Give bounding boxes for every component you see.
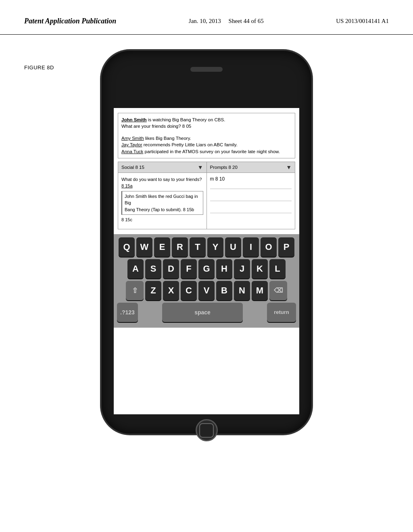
key-c[interactable]: C <box>181 281 197 300</box>
john-smith-name: John Smith <box>121 117 147 122</box>
header-center-info: Jan. 10, 2013 Sheet 44 of 65 <box>189 16 264 26</box>
phone-speaker <box>190 67 223 72</box>
suggestion-line1: John Smith likes the red Gucci bag in Bi… <box>125 193 200 206</box>
page-header: Patent Application Publication Jan. 10, … <box>0 0 413 35</box>
notification-amy: Amy Smith likes Big Bang Theory. <box>121 135 292 141</box>
key-z[interactable]: Z <box>145 281 161 300</box>
key-o[interactable]: O <box>261 237 277 257</box>
key-i[interactable]: I <box>243 237 259 257</box>
amy-smith-name: Amy Smith <box>121 136 144 141</box>
key-n[interactable]: N <box>234 281 250 300</box>
shift-key[interactable]: ⇧ <box>126 281 144 300</box>
notification-line1-rest: is watching Big Bang Theory on CBS. <box>147 117 225 122</box>
jay-rest: recommends Pretty Little Liars on ABC fa… <box>142 142 238 147</box>
input-line-3[interactable] <box>210 206 292 213</box>
key-y[interactable]: Y <box>207 237 223 257</box>
key-p[interactable]: P <box>278 237 294 257</box>
ref-8-15a: 8 15a <box>121 183 203 189</box>
key-k[interactable]: K <box>252 259 268 278</box>
key-e[interactable]: E <box>154 237 170 257</box>
social-left-panel: What do you want to say to your friends?… <box>118 173 207 229</box>
ref-8-15c: 8 15c <box>121 216 203 223</box>
anna-tuck-name: Anna Tuck <box>121 149 143 154</box>
key-v[interactable]: V <box>198 281 215 300</box>
key-l[interactable]: L <box>269 259 286 278</box>
key-s[interactable]: S <box>145 259 161 278</box>
jay-taylor-name: Jay Taylor <box>121 142 142 147</box>
key-g[interactable]: G <box>198 259 215 278</box>
keyboard-row-4: .?123 space return <box>116 303 297 322</box>
key-w[interactable]: W <box>136 237 152 257</box>
key-f[interactable]: F <box>181 259 197 278</box>
suggestion-line2: Bang Theory (Tap to submit). 8 15b <box>125 206 200 213</box>
phone-wrapper: John Smith is watching Big Bang Theory o… <box>0 51 413 434</box>
tab-prompts-arrow: ▼ <box>286 164 292 170</box>
input-line-2[interactable] <box>210 194 292 201</box>
backspace-key[interactable]: ⌫ <box>269 281 287 300</box>
key-t[interactable]: T <box>190 237 206 257</box>
keyboard-row-3: ⇧ Z X C V B N M ⌫ <box>116 281 297 300</box>
key-r[interactable]: R <box>172 237 188 257</box>
ref-m-8-10: m 8 10 <box>210 176 292 182</box>
home-button[interactable] <box>196 419 218 441</box>
keyboard-row-2: A S D F G H J K L <box>116 259 297 278</box>
header-left-label: Patent Application Publication <box>24 16 116 26</box>
social-question: What do you want to say to your friends? <box>121 176 203 183</box>
key-u[interactable]: U <box>225 237 241 257</box>
tab-prompts-label: Prompts 8 20 <box>210 165 238 170</box>
notification-box: John Smith is watching Big Bang Theory o… <box>118 113 295 158</box>
figure-label: FIGURE 8D <box>24 64 54 71</box>
phone-device: John Smith is watching Big Bang Theory o… <box>102 51 311 434</box>
amy-rest: likes Big Bang Theory. <box>144 136 191 141</box>
input-line-1[interactable] <box>210 182 292 189</box>
key-d[interactable]: D <box>163 259 179 278</box>
notification-jay: Jay Taylor recommends Pretty Little Liar… <box>121 141 292 148</box>
anna-rest: participated in the ATMOS survey on your… <box>143 149 280 154</box>
key-q[interactable]: Q <box>119 237 135 257</box>
notification-line2: What are your friends doing? 8 05 <box>121 123 292 129</box>
header-sheet: Sheet 44 of 65 <box>229 18 264 24</box>
key-h[interactable]: H <box>216 259 232 278</box>
header-date: Jan. 10, 2013 <box>189 18 221 24</box>
key-x[interactable]: X <box>163 281 179 300</box>
key-a[interactable]: A <box>127 259 144 278</box>
return-key[interactable]: return <box>267 303 296 322</box>
social-content: What do you want to say to your friends?… <box>118 173 295 229</box>
keyboard: Q W E R T Y U I O P A S D F G <box>114 234 299 328</box>
key-j[interactable]: J <box>234 259 250 278</box>
suggestion-box[interactable]: John Smith likes the red Gucci bag in Bi… <box>121 191 203 215</box>
notification-line1: John Smith is watching Big Bang Theory o… <box>121 116 292 123</box>
key-b[interactable]: B <box>216 281 232 300</box>
tab-social[interactable]: Social 8 15 ▼ <box>118 162 207 172</box>
space-key[interactable]: space <box>162 303 243 322</box>
notification-anna: Anna Tuck participated in the ATMOS surv… <box>121 148 292 155</box>
header-patent-number: US 2013/0014141 A1 <box>336 16 389 26</box>
tab-prompts[interactable]: Prompts 8 20 ▼ <box>207 162 295 172</box>
key-m[interactable]: M <box>252 281 268 300</box>
tab-bar: Social 8 15 ▼ Prompts 8 20 ▼ <box>118 162 295 173</box>
tab-social-arrow: ▼ <box>198 164 203 170</box>
phone-screen: John Smith is watching Big Bang Theory o… <box>114 108 299 414</box>
social-right-panel: m 8 10 <box>207 173 295 229</box>
tab-social-label: Social 8 15 <box>121 165 144 170</box>
keyboard-row-1: Q W E R T Y U I O P <box>116 237 297 257</box>
home-button-inner <box>199 423 214 438</box>
content-area: John Smith is watching Big Bang Theory o… <box>114 108 299 234</box>
numbers-key[interactable]: .?123 <box>117 303 138 322</box>
